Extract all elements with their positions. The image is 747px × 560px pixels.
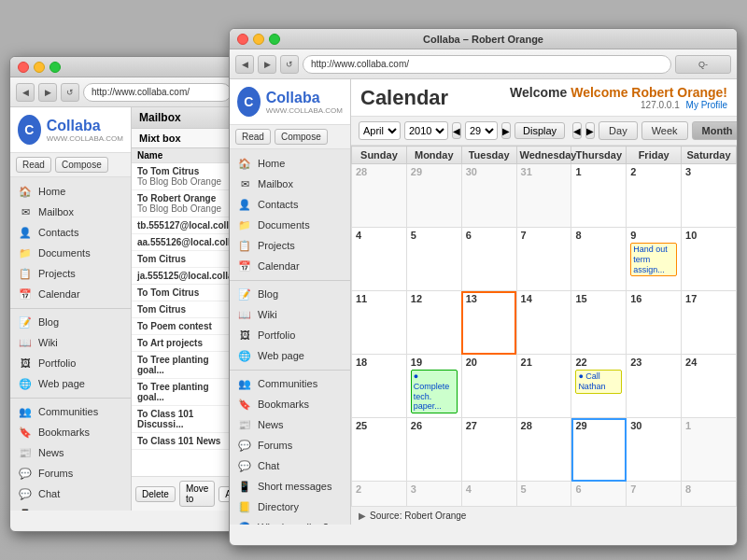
event-tech-paper[interactable]: ● Complete tech. paper... (411, 370, 458, 413)
day-cell[interactable]: 14 (516, 291, 571, 355)
search-icon[interactable]: Q- (675, 55, 731, 74)
mail-item-14[interactable]: To Class 101 News (132, 433, 237, 450)
mail-item-13[interactable]: To Class 101 Discussi... (132, 406, 237, 433)
day-cell[interactable]: 28 (352, 164, 407, 228)
compose-button-1[interactable]: Compose (55, 157, 108, 173)
day-cell[interactable]: 16 (627, 291, 682, 355)
event-call-nathan[interactable]: ● Call Nathan (575, 370, 622, 394)
day-cell[interactable]: 3 (682, 164, 737, 228)
day-cell[interactable]: 25 (352, 418, 407, 482)
sidebar-item-whoonline-2[interactable]: 🔵Who is on-line? (230, 517, 350, 525)
read-button-1[interactable]: Read (16, 157, 51, 173)
sidebar-item-chat-1[interactable]: 💬Chat (10, 483, 131, 504)
day-cell[interactable]: 10 (682, 228, 737, 291)
display-button[interactable]: Display (514, 122, 565, 139)
mail-item-12[interactable]: To Tree planting goal... (132, 379, 237, 406)
sidebar-item-calendar-2[interactable]: 📅Calendar (230, 256, 350, 276)
sidebar-item-wiki-1[interactable]: 📖Wiki (10, 332, 131, 353)
prev-month-button[interactable]: ◀ (572, 122, 582, 139)
sidebar-item-calendar-1[interactable]: 📅Calendar (10, 284, 131, 304)
mail-item-2[interactable]: To Robert OrangeTo Blog Bob Orange (132, 190, 237, 217)
next-month-button[interactable]: ▶ (585, 122, 595, 139)
sidebar-item-blog-2[interactable]: 📝Blog (230, 280, 350, 304)
back-button-1[interactable]: ◀ (16, 83, 35, 102)
day-cell[interactable]: 23 (627, 355, 682, 418)
refresh-button-2[interactable]: ↺ (280, 55, 299, 74)
back-button-2[interactable]: ◀ (235, 55, 254, 74)
day-cell[interactable]: 7 (516, 228, 571, 291)
day-cell[interactable]: 11 (352, 291, 407, 355)
mail-item-9[interactable]: To Poem contest (132, 318, 237, 335)
maximize-button-1[interactable] (49, 62, 61, 73)
day-cell[interactable]: 27 (461, 418, 516, 482)
day-cell[interactable]: 15 (571, 291, 627, 355)
compose-button-2[interactable]: Compose (275, 129, 328, 145)
day-cell[interactable]: 18 (352, 355, 407, 418)
day-cell[interactable]: 21 (516, 355, 571, 418)
minimize-button-1[interactable] (34, 62, 45, 73)
sidebar-item-bookmarks-2[interactable]: 🔖Bookmarks (230, 394, 350, 414)
sidebar-item-contacts-2[interactable]: 👤Contacts (230, 194, 350, 215)
sidebar-item-contacts-1[interactable]: 👤Contacts (10, 222, 131, 243)
sidebar-item-forums-2[interactable]: 💬Forums (230, 435, 350, 455)
sidebar-item-mailbox-2[interactable]: ✉Mailbox (230, 174, 350, 194)
sidebar-item-news-2[interactable]: 📰News (230, 414, 350, 435)
event-hand-out[interactable]: Hand out term assign... (630, 243, 677, 276)
sidebar-item-projects-2[interactable]: 📋Projects (230, 235, 350, 256)
sidebar-item-forums-1[interactable]: 💬Forums (10, 463, 131, 483)
minimize-button-2[interactable] (253, 34, 264, 45)
day-cell[interactable]: 5 (516, 482, 571, 507)
mail-item-5[interactable]: Tom Citrus (132, 251, 237, 268)
day-cell[interactable]: 8 (571, 228, 627, 291)
sidebar-item-wiki-2[interactable]: 📖Wiki (230, 304, 350, 325)
mail-item-8[interactable]: Tom Citrus (132, 301, 237, 318)
sidebar-item-communities-2[interactable]: 👥Communities (230, 370, 350, 394)
sidebar-item-documents-1[interactable]: 📁Documents (10, 243, 131, 263)
sidebar-item-webpage-1[interactable]: 🌐Web page (10, 373, 131, 394)
forward-button-1[interactable]: ▶ (38, 83, 57, 102)
view-month-button[interactable]: Month (692, 121, 737, 140)
day-cell[interactable]: 24 (682, 355, 737, 418)
day-cell-today[interactable]: 13 (461, 291, 516, 355)
day-cell[interactable]: 6 (461, 228, 516, 291)
year-select[interactable]: 2010 (404, 121, 448, 140)
sidebar-item-directory-2[interactable]: 📒Directory (230, 497, 350, 517)
sidebar-item-chat-2[interactable]: 💬Chat (230, 455, 350, 476)
day-cell[interactable]: 19 ● Complete tech. paper... (406, 355, 461, 418)
month-select[interactable]: April (359, 121, 401, 140)
sidebar-item-blog-1[interactable]: 📝Blog (10, 308, 131, 332)
mail-item-3[interactable]: tb.555127@local.collaba... (132, 217, 237, 234)
day-cell[interactable]: 5 (406, 228, 461, 291)
sidebar-item-communities-1[interactable]: 👥Communities (10, 398, 131, 422)
sidebar-item-bookmarks-1[interactable]: 🔖Bookmarks (10, 422, 131, 442)
sidebar-item-shortmsg-1[interactable]: 📱Short messages (10, 504, 131, 511)
day-cell[interactable]: 29 (406, 164, 461, 228)
mail-item-7[interactable]: To Tom Citrus (132, 285, 237, 301)
sidebar-item-portfolio-2[interactable]: 🖼Portfolio (230, 325, 350, 345)
sidebar-item-shortmsg-2[interactable]: 📱Short messages (230, 476, 350, 497)
close-button-1[interactable] (18, 62, 29, 73)
day-cell[interactable]: 17 (682, 291, 737, 355)
sidebar-item-home-2[interactable]: 🏠Home (230, 153, 350, 174)
day-cell-selected[interactable]: 29 (571, 418, 627, 482)
day-cell[interactable]: 30 (461, 164, 516, 228)
day-cell[interactable]: 3 (406, 482, 461, 507)
moveto-button[interactable]: Move to (179, 481, 215, 507)
day-cell[interactable]: 4 (461, 482, 516, 507)
close-button-2[interactable] (237, 34, 248, 45)
day-cell[interactable]: 8 (682, 482, 737, 507)
sidebar-item-home-1[interactable]: 🏠Home (10, 181, 131, 202)
refresh-button-1[interactable]: ↺ (61, 83, 79, 102)
day-cell[interactable]: 26 (406, 418, 461, 482)
delete-button[interactable]: Delete (135, 486, 176, 502)
day-cell[interactable]: 30 (627, 418, 682, 482)
day-cell[interactable]: 22 ● Call Nathan (571, 355, 627, 418)
sidebar-item-webpage-2[interactable]: 🌐Web page (230, 345, 350, 366)
day-cell[interactable]: 7 (627, 482, 682, 507)
sidebar-item-news-1[interactable]: 📰News (10, 442, 131, 463)
my-profile-link[interactable]: My Profile (686, 100, 727, 110)
day-cell[interactable]: 31 (516, 164, 571, 228)
source-arrow-icon[interactable]: ▶ (359, 511, 366, 521)
day-cell[interactable]: 12 (406, 291, 461, 355)
sidebar-item-projects-1[interactable]: 📋Projects (10, 263, 131, 284)
